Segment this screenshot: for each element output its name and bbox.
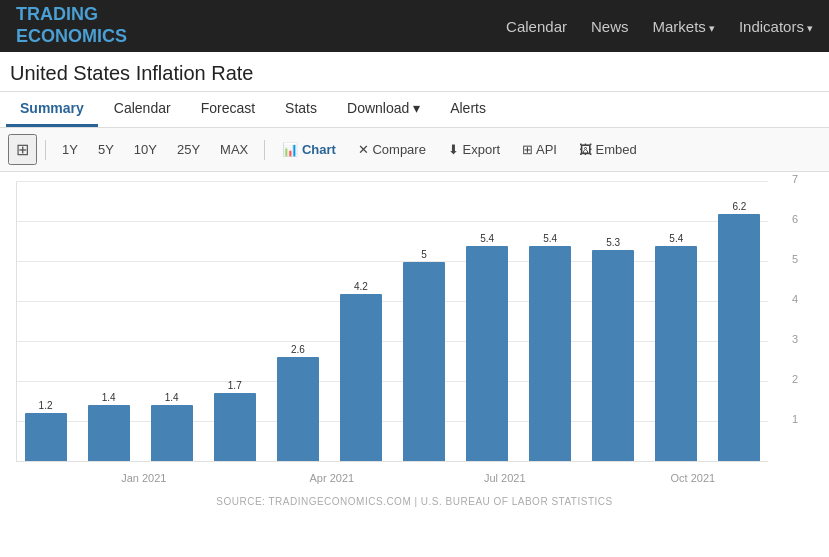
nav-indicators[interactable]: Indicators: [739, 18, 813, 35]
chart-container: 1234567 1.21.41.41.72.64.255.45.45.35.46…: [10, 182, 800, 492]
bar-value-label: 5.4: [543, 233, 557, 244]
y-axis-label: 3: [792, 334, 798, 345]
period-10y[interactable]: 10Y: [126, 139, 165, 160]
y-axis: 1234567: [772, 182, 800, 462]
separator2: [264, 140, 265, 160]
bar-group: 5.4: [648, 182, 705, 461]
embed-btn[interactable]: 🖼 Embed: [570, 138, 646, 161]
bar-group: 1.4: [143, 182, 200, 461]
tab-alerts[interactable]: Alerts: [436, 92, 500, 127]
period-max[interactable]: MAX: [212, 139, 256, 160]
y-axis-label: 5: [792, 254, 798, 265]
period-5y[interactable]: 5Y: [90, 139, 122, 160]
y-axis-label: 6: [792, 214, 798, 225]
bar-group: 1.4: [80, 182, 137, 461]
bar-value-label: 1.2: [39, 400, 53, 411]
bar[interactable]: [88, 405, 130, 461]
api-btn[interactable]: ⊞ API: [513, 138, 566, 161]
bar[interactable]: [718, 214, 760, 461]
bar[interactable]: [403, 262, 445, 461]
bar-value-label: 5.4: [669, 233, 683, 244]
bar-group: 5.4: [522, 182, 579, 461]
nav-calendar[interactable]: Calendar: [506, 18, 567, 35]
page-title-bar: United States Inflation Rate: [0, 52, 829, 92]
bar-value-label: 6.2: [732, 201, 746, 212]
bar[interactable]: [466, 246, 508, 461]
tab-download[interactable]: Download ▾: [333, 92, 434, 127]
tab-calendar[interactable]: Calendar: [100, 92, 185, 127]
bar-value-label: 1.4: [102, 392, 116, 403]
bar-group: 1.7: [206, 182, 263, 461]
toolbar: ⊞ 1Y 5Y 10Y 25Y MAX 📊 Chart ✕ Compare ⬇ …: [0, 128, 829, 172]
x-labels: Jan 2021Apr 2021Jul 2021Oct 2021: [16, 464, 768, 492]
header: TRADING ECONOMICS Calendar News Markets …: [0, 0, 829, 52]
bar[interactable]: [151, 405, 193, 461]
x-axis-label: Jan 2021: [121, 472, 166, 484]
bars-area: 1.21.41.41.72.64.255.45.45.35.46.2: [16, 182, 768, 462]
bar-group: 5.4: [459, 182, 516, 461]
nav-markets[interactable]: Markets: [652, 18, 714, 35]
bar-value-label: 5.4: [480, 233, 494, 244]
bar-group: 4.2: [332, 182, 389, 461]
source-text: SOURCE: TRADINGECONOMICS.COM | U.S. BURE…: [10, 496, 819, 507]
logo-line1: TRADING: [16, 4, 127, 26]
logo-line2: ECONOMICS: [16, 26, 127, 48]
logo[interactable]: TRADING ECONOMICS: [16, 4, 127, 47]
bar[interactable]: [25, 413, 67, 461]
bar-value-label: 5: [421, 249, 427, 260]
bar-value-label: 4.2: [354, 281, 368, 292]
tab-summary[interactable]: Summary: [6, 92, 98, 127]
period-25y[interactable]: 25Y: [169, 139, 208, 160]
bar-group: 5: [395, 182, 452, 461]
bar-group: 2.6: [269, 182, 326, 461]
main-nav: Calendar News Markets Indicators: [506, 18, 813, 35]
bar[interactable]: [655, 246, 697, 461]
bar-group: 5.3: [585, 182, 642, 461]
bar-value-label: 2.6: [291, 344, 305, 355]
y-axis-label: 1: [792, 414, 798, 425]
separator: [45, 140, 46, 160]
y-axis-label: 7: [792, 174, 798, 185]
chart-btn[interactable]: 📊 Chart: [273, 138, 345, 161]
calendar-grid-icon[interactable]: ⊞: [8, 134, 37, 165]
period-1y[interactable]: 1Y: [54, 139, 86, 160]
export-btn[interactable]: ⬇ Export: [439, 138, 509, 161]
x-axis-label: Jul 2021: [484, 472, 526, 484]
tab-stats[interactable]: Stats: [271, 92, 331, 127]
bar-group: 6.2: [711, 182, 768, 461]
page-title: United States Inflation Rate: [10, 62, 819, 85]
y-axis-label: 2: [792, 374, 798, 385]
bar[interactable]: [214, 393, 256, 461]
compare-btn[interactable]: ✕ Compare: [349, 138, 435, 161]
chart-area: 1234567 1.21.41.41.72.64.255.45.45.35.46…: [0, 172, 829, 537]
tabs-bar: Summary Calendar Forecast Stats Download…: [0, 92, 829, 128]
bar-value-label: 1.4: [165, 392, 179, 403]
bar-value-label: 5.3: [606, 237, 620, 248]
bar-value-label: 1.7: [228, 380, 242, 391]
x-axis-label: Apr 2021: [310, 472, 355, 484]
bar[interactable]: [340, 294, 382, 461]
bar-group: 1.2: [17, 182, 74, 461]
y-axis-label: 4: [792, 294, 798, 305]
tab-forecast[interactable]: Forecast: [187, 92, 269, 127]
bar[interactable]: [592, 250, 634, 461]
x-axis-label: Oct 2021: [670, 472, 715, 484]
nav-news[interactable]: News: [591, 18, 629, 35]
bar[interactable]: [529, 246, 571, 461]
bar[interactable]: [277, 357, 319, 461]
